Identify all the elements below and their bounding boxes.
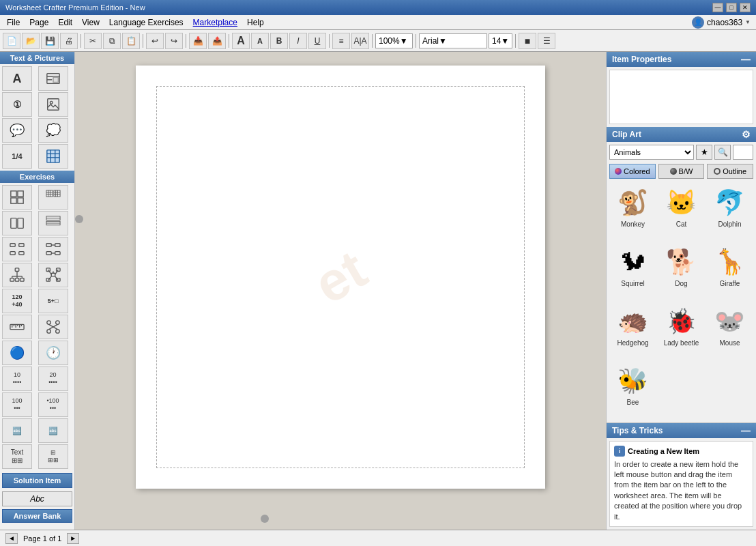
answer-bank-button[interactable]: Answer Bank bbox=[2, 509, 72, 523]
menu-marketplace[interactable]: Marketplace bbox=[189, 16, 242, 29]
menu-file[interactable]: File bbox=[3, 16, 24, 29]
menu-edit[interactable]: Edit bbox=[54, 16, 76, 29]
ex-20-dots-btn[interactable]: 20•••• bbox=[38, 367, 68, 391]
open-button[interactable]: 📂 bbox=[22, 33, 40, 49]
text-size-small[interactable]: A bbox=[251, 33, 269, 49]
font-size-select[interactable]: 14▼ bbox=[489, 33, 512, 48]
clip-art-grid: 🐒 Monkey 🐱 Cat 🐬 Dolphin 🐿 Squirrel bbox=[607, 180, 756, 422]
image-item-btn[interactable] bbox=[38, 92, 68, 117]
ex-crossword-btn[interactable] bbox=[2, 185, 32, 210]
ex-grid-btn[interactable] bbox=[38, 185, 68, 210]
ex-clock-circle-btn[interactable]: 🔵 bbox=[2, 341, 32, 365]
ex-tree-btn[interactable] bbox=[2, 263, 32, 287]
scroll-handle-left[interactable] bbox=[75, 215, 83, 223]
numbered-item-btn[interactable]: ① bbox=[2, 92, 32, 117]
clip-item-dolphin[interactable]: 🐬 Dolphin bbox=[706, 183, 753, 241]
prev-page-button[interactable]: ◄ bbox=[5, 533, 18, 544]
ex-arithmetic-btn[interactable]: 120+40 bbox=[2, 289, 32, 313]
clip-item-cat[interactable]: 🐱 Cat bbox=[658, 183, 705, 241]
favorites-button[interactable]: ★ bbox=[696, 145, 712, 160]
next-page-button[interactable]: ► bbox=[67, 533, 79, 544]
text-size-large[interactable]: A bbox=[232, 33, 250, 49]
import-button[interactable]: 📥 bbox=[189, 33, 207, 49]
ex-blank-btn[interactable] bbox=[2, 211, 32, 235]
clip-item-giraffe[interactable]: 🦒 Giraffe bbox=[706, 242, 753, 300]
ex-100-dots-btn[interactable]: 100••• bbox=[2, 392, 32, 417]
svg-rect-25 bbox=[11, 218, 16, 229]
tips-minimize[interactable]: — bbox=[741, 426, 751, 435]
copy-button[interactable]: ⧉ bbox=[103, 33, 121, 49]
zoom-select[interactable]: 100%▼ bbox=[375, 33, 413, 48]
search-box[interactable] bbox=[733, 145, 753, 160]
save-button[interactable]: 💾 bbox=[41, 33, 59, 49]
color-button[interactable]: ■ bbox=[519, 33, 536, 49]
user-dropdown-arrow[interactable]: ▼ bbox=[745, 19, 751, 25]
close-button[interactable]: ✕ bbox=[740, 3, 751, 12]
clip-item-squirrel[interactable]: 🐿 Squirrel bbox=[609, 242, 656, 300]
clip-item-hedgehog[interactable]: 🦔 Hedgehog bbox=[609, 302, 656, 360]
clip-item-mouse[interactable]: 🐭 Mouse bbox=[706, 302, 753, 360]
ex-web-btn[interactable] bbox=[38, 263, 68, 287]
ex-100-dots2-btn[interactable]: •100••• bbox=[38, 392, 68, 417]
scroll-handle-bottom[interactable] bbox=[261, 515, 269, 523]
text-image-item-btn[interactable] bbox=[38, 66, 68, 91]
ex-word-btn[interactable]: 🔤 bbox=[2, 418, 32, 443]
font-select[interactable]: Arial▼ bbox=[419, 33, 487, 48]
new-button[interactable]: 📄 bbox=[3, 33, 20, 49]
clip-item-bee[interactable]: 🐝 Bee bbox=[609, 361, 656, 419]
redo-button[interactable]: ↪ bbox=[165, 33, 183, 49]
text-item-btn[interactable]: A bbox=[2, 66, 32, 91]
maximize-button[interactable]: □ bbox=[726, 3, 737, 12]
speech-bubble-btn[interactable]: 💬 bbox=[2, 118, 32, 143]
ex-fill-btn[interactable]: 5+□ bbox=[38, 289, 68, 313]
ex-ruler-btn[interactable] bbox=[2, 315, 32, 339]
italic-button[interactable]: I bbox=[289, 33, 307, 49]
bw-filter-btn[interactable]: B/W bbox=[658, 164, 705, 179]
underline-button[interactable]: U bbox=[308, 33, 326, 49]
menu-help[interactable]: Help bbox=[243, 16, 268, 29]
dolphin-label: Dolphin bbox=[718, 220, 742, 228]
ex-sort-btn[interactable] bbox=[38, 237, 68, 261]
clip-item-ladybeetle[interactable]: 🐞 Lady beetle bbox=[658, 302, 705, 360]
clip-item-dog[interactable]: 🐕 Dog bbox=[658, 242, 705, 300]
line-spacing-button[interactable]: ≡ bbox=[332, 33, 350, 49]
ex-connect2-btn[interactable] bbox=[38, 315, 68, 339]
clip-item-monkey[interactable]: 🐒 Monkey bbox=[609, 183, 656, 241]
print-button[interactable]: 🖨 bbox=[60, 33, 78, 49]
tips-text: In order to create a new item hold the l… bbox=[614, 459, 748, 522]
ex-10-dots-btn[interactable]: 10•••• bbox=[2, 367, 32, 391]
clip-art-settings[interactable]: ⚙ bbox=[742, 130, 751, 139]
bw-dot bbox=[670, 168, 677, 175]
svg-point-69 bbox=[46, 330, 50, 334]
menu-view[interactable]: View bbox=[78, 16, 104, 29]
cut-button[interactable]: ✂ bbox=[84, 33, 102, 49]
solution-item-button[interactable]: Solution Item bbox=[2, 473, 72, 488]
ex-clock-btn[interactable]: 🕐 bbox=[38, 341, 68, 365]
thought-bubble-btn[interactable]: 💭 bbox=[38, 118, 68, 143]
search-button[interactable]: 🔍 bbox=[714, 145, 731, 160]
bold-button[interactable]: B bbox=[270, 33, 288, 49]
svg-rect-11 bbox=[11, 191, 16, 197]
colored-filter-btn[interactable]: Colored bbox=[609, 164, 656, 179]
item-properties-minimize[interactable]: — bbox=[741, 55, 751, 64]
menu-language[interactable]: Language Exercises bbox=[105, 16, 188, 29]
ex-extra-btn[interactable]: ⊞⊞⊞ bbox=[38, 444, 68, 469]
ex-list-btn[interactable] bbox=[38, 211, 68, 235]
cat-image: 🐱 bbox=[665, 186, 698, 219]
minimize-button[interactable]: — bbox=[712, 3, 723, 12]
ex-text-btn[interactable]: Text⊞⊞ bbox=[2, 444, 32, 469]
export-button[interactable]: 📤 bbox=[208, 33, 226, 49]
abc-button[interactable]: Abc bbox=[2, 491, 72, 506]
menu-page[interactable]: Page bbox=[25, 16, 53, 29]
title-bar-controls: — □ ✕ bbox=[712, 3, 751, 12]
table-btn[interactable] bbox=[38, 144, 68, 169]
align-button[interactable]: ☰ bbox=[538, 33, 555, 49]
undo-button[interactable]: ↩ bbox=[146, 33, 164, 49]
ex-word2-btn[interactable]: 🔤 bbox=[38, 418, 68, 443]
outline-filter-btn[interactable]: Outline bbox=[707, 164, 753, 179]
fraction-btn[interactable]: 1/4 bbox=[2, 144, 32, 169]
category-select[interactable]: Animals bbox=[609, 145, 694, 160]
ex-connect-btn[interactable] bbox=[2, 237, 32, 261]
char-spacing-button[interactable]: A|A bbox=[351, 33, 369, 49]
paste-button[interactable]: 📋 bbox=[122, 33, 140, 49]
